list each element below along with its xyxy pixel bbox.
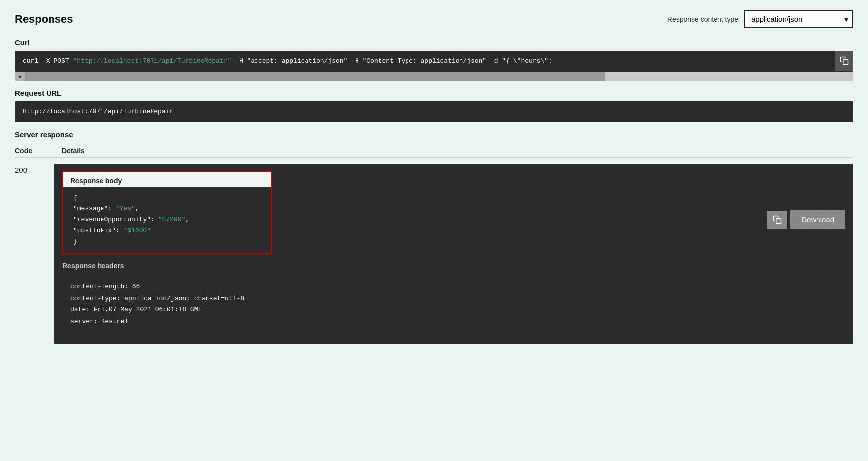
curl-prefix: curl -X POST — [23, 57, 73, 65]
code-column-header: Code — [15, 147, 32, 154]
header-date: date: Fri,07 May 2021 06:01:18 GMT — [70, 304, 750, 315]
curl-section: Curl curl -X POST "http://localhost:7071… — [15, 38, 853, 81]
page-title: Responses — [15, 13, 73, 26]
response-body-label: Response body — [63, 172, 271, 187]
response-code: 200 — [15, 164, 54, 174]
request-url-value: http://localhost:7071/api/TurbineRepair — [23, 108, 173, 115]
response-dark-section: Response body { "message": "Yes", "reven… — [54, 164, 853, 344]
details-column-header: Details — [62, 147, 85, 154]
scroll-track[interactable] — [25, 72, 853, 81]
server-response-label: Server response — [15, 130, 853, 139]
header-content-length: content-length: 66 — [70, 281, 750, 292]
response-body-code: { "message": "Yes", "revenueOpportunity"… — [63, 187, 271, 253]
json-line-1: { — [73, 193, 261, 204]
request-url-section: Request URL http://localhost:7071/api/Tu… — [15, 89, 853, 122]
curl-scrollbar[interactable]: ◄ — [15, 72, 853, 81]
code-details-header: Code Details — [15, 143, 853, 158]
request-url-box: http://localhost:7071/api/TurbineRepair — [15, 101, 853, 122]
response-headers-label: Response headers — [62, 262, 758, 270]
curl-headers: -H "accept: application/json" -H "Conten… — [231, 57, 552, 65]
json-line-2: "message": "Yes", — [73, 204, 261, 214]
server-response-section: Server response Code Details 200 Respons… — [15, 130, 853, 350]
json-line-4: "costToFix": "$1600" — [73, 225, 261, 236]
svg-rect-0 — [843, 60, 848, 65]
response-actions: Download — [758, 171, 845, 229]
scroll-thumb — [25, 72, 605, 81]
scroll-left-arrow[interactable]: ◄ — [15, 72, 25, 81]
response-200-row: 200 Response body { "message": "Yes", "r… — [15, 158, 853, 350]
copy-response-button[interactable] — [767, 211, 787, 229]
header-row: Responses Response content type applicat… — [15, 10, 853, 28]
content-type-select[interactable]: application/json text/plain text/xml — [744, 10, 853, 28]
json-line-3: "revenueOpportunity": "$7200", — [73, 214, 261, 225]
curl-copy-icon[interactable] — [835, 51, 853, 71]
download-button[interactable]: Download — [790, 210, 845, 229]
response-headers-box: content-length: 66 content-type: applica… — [62, 274, 758, 334]
curl-label: Curl — [15, 38, 853, 47]
curl-url: "http://localhost:7071/api/TurbineRepair… — [73, 57, 231, 65]
curl-command-box: curl -X POST "http://localhost:7071/api/… — [15, 51, 853, 72]
request-url-label: Request URL — [15, 89, 853, 97]
svg-rect-1 — [776, 218, 781, 223]
json-line-5: } — [73, 236, 261, 247]
header-content-type: content-type: application/json; charset=… — [70, 293, 750, 304]
content-type-select-wrapper[interactable]: application/json text/plain text/xml — [744, 10, 853, 28]
content-type-label: Response content type — [667, 15, 738, 23]
response-body-container: Response body { "message": "Yes", "reven… — [62, 171, 272, 254]
response-content-col: Response body { "message": "Yes", "reven… — [62, 171, 758, 334]
response-headers-section: Response headers content-length: 66 cont… — [62, 262, 758, 334]
content-type-row: Response content type application/json t… — [667, 10, 853, 28]
header-server: server: Kestrel — [70, 316, 750, 327]
